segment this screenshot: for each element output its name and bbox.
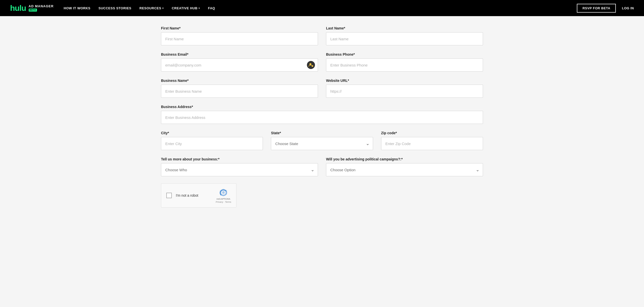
business-address-input[interactable] [161, 111, 483, 124]
rsvp-button[interactable]: RSVP FOR BETA [577, 4, 616, 13]
nav-success-stories[interactable]: SUCCESS STORIES [98, 6, 131, 10]
zip-group: Zip code* [381, 131, 483, 150]
captcha-brand: reCAPTCHA [217, 198, 230, 200]
state-select-wrapper: Choose State AlabamaAlaskaArizona Arkans… [271, 137, 373, 150]
hulu-logo: hulu [10, 4, 26, 12]
website-url-label: Website URL* [326, 79, 483, 83]
navbar: hulu AD MANAGER BETA HOW IT WORKS SUCCES… [0, 0, 644, 16]
first-name-label: First Name* [161, 26, 318, 30]
tell-us-select-wrapper: Choose Who Small Business Agency Brand M… [161, 163, 318, 176]
nav-faq[interactable]: FAQ [208, 6, 215, 10]
business-name-group: Business Name* [161, 79, 318, 98]
resources-chevron-icon: ▾ [162, 7, 164, 10]
captcha-links: Privacy · Terms [216, 201, 231, 203]
form-row-name-url: Business Name* Website URL* [161, 79, 483, 98]
last-name-input[interactable] [326, 32, 483, 45]
nav-actions: RSVP FOR BETA LOG IN [577, 4, 634, 13]
first-name-input[interactable] [161, 32, 318, 45]
city-input[interactable] [161, 137, 263, 150]
political-group: Will you be advertising political campai… [326, 157, 483, 176]
business-email-input[interactable] [161, 58, 318, 72]
business-email-group: Business Email* [161, 52, 318, 72]
state-label: State* [271, 131, 373, 135]
email-input-wrapper [161, 58, 318, 72]
political-label: Will you be advertising political campai… [326, 157, 483, 161]
form-row-name: First Name* Last Name* [161, 26, 483, 45]
city-group: City* [161, 131, 263, 150]
tell-us-label: Tell us more about your business:* [161, 157, 318, 161]
ad-manager-label: AD MANAGER [29, 5, 54, 8]
svg-point-0 [309, 63, 311, 65]
form-row-business-political: Tell us more about your business:* Choos… [161, 157, 483, 176]
website-url-input[interactable] [326, 85, 483, 98]
recaptcha-icon [219, 188, 228, 197]
business-name-label: Business Name* [161, 79, 318, 83]
captcha-logo: reCAPTCHA Privacy · Terms [216, 188, 231, 203]
login-link[interactable]: LOG IN [622, 6, 634, 10]
captcha-container: I'm not a robot reCAPTCHA Privacy · Term… [161, 183, 236, 208]
email-icon [307, 61, 315, 69]
beta-badge: BETA [29, 9, 37, 12]
registration-form: First Name* Last Name* Business Email* [161, 26, 483, 208]
business-address-label: Business Address* [161, 105, 483, 109]
zip-input[interactable] [381, 137, 483, 150]
nav-creative-hub[interactable]: CREATIVE HUB ▾ [172, 6, 200, 10]
terms-link[interactable]: Terms [225, 201, 231, 203]
business-phone-label: Business Phone* [326, 52, 483, 56]
last-name-label: Last Name* [326, 26, 483, 30]
political-select[interactable]: Choose Option Yes No [326, 163, 483, 176]
nav-resources[interactable]: RESOURCES ▾ [139, 6, 164, 10]
business-name-input[interactable] [161, 85, 318, 98]
state-select[interactable]: Choose State AlabamaAlaskaArizona Arkans… [271, 137, 373, 150]
logo-link[interactable]: hulu AD MANAGER BETA [10, 4, 54, 12]
captcha-checkbox[interactable] [166, 193, 172, 198]
city-label: City* [161, 131, 263, 135]
creative-hub-chevron-icon: ▾ [198, 7, 200, 10]
zip-label: Zip code* [381, 131, 483, 135]
business-email-label: Business Email* [161, 52, 318, 56]
first-name-group: First Name* [161, 26, 318, 45]
form-row-email-phone: Business Email* Business Pho [161, 52, 483, 72]
business-phone-group: Business Phone* [326, 52, 483, 72]
business-phone-input[interactable] [326, 58, 483, 72]
form-row-address: Business Address* [161, 105, 483, 124]
tell-us-group: Tell us more about your business:* Choos… [161, 157, 318, 176]
form-row-city-state-zip: City* State* Choose State AlabamaAlaskaA… [161, 131, 483, 150]
nav-links: HOW IT WORKS SUCCESS STORIES RESOURCES ▾… [64, 6, 577, 10]
business-address-group: Business Address* [161, 105, 483, 124]
website-url-group: Website URL* [326, 79, 483, 98]
nav-ad-manager-group: AD MANAGER BETA [29, 5, 54, 11]
last-name-group: Last Name* [326, 26, 483, 45]
page-content: First Name* Last Name* Business Email* [146, 16, 498, 228]
svg-rect-1 [312, 65, 313, 67]
captcha-label: I'm not a robot [176, 193, 212, 197]
privacy-link[interactable]: Privacy [216, 201, 223, 203]
tell-us-select[interactable]: Choose Who Small Business Agency Brand M… [161, 163, 318, 176]
state-group: State* Choose State AlabamaAlaskaArizona… [271, 131, 373, 150]
political-select-wrapper: Choose Option Yes No ⌄ [326, 163, 483, 176]
nav-how-it-works[interactable]: HOW IT WORKS [64, 6, 90, 10]
